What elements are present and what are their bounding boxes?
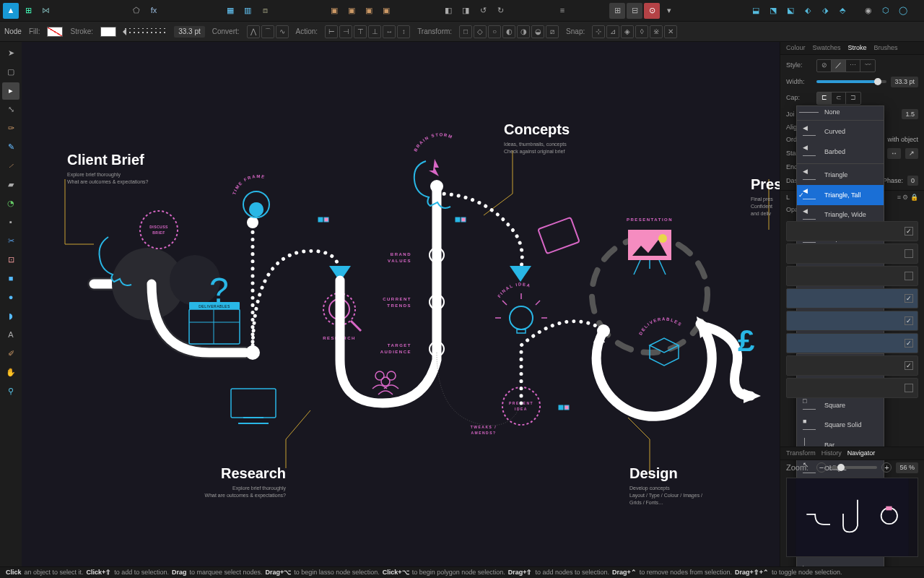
- transform-2-icon[interactable]: ◇: [474, 25, 487, 38]
- cap-round-icon[interactable]: ⊂: [832, 92, 846, 104]
- fill-swatch[interactable]: [47, 27, 63, 37]
- transform-1-icon[interactable]: □: [459, 25, 472, 38]
- stroke-style-preview[interactable]: [123, 28, 167, 35]
- stroke-width-input[interactable]: 33.3 pt: [174, 26, 205, 38]
- tab-stroke[interactable]: Stroke: [848, 43, 867, 53]
- arrowhead-option[interactable]: ✓———None: [797, 106, 884, 118]
- node-tool-icon[interactable]: ▸: [2, 82, 19, 100]
- text-tool-icon[interactable]: A: [2, 327, 19, 344]
- snap-b5-icon[interactable]: ※: [650, 25, 663, 38]
- action-6-icon[interactable]: ↕: [397, 25, 410, 38]
- stroke-swatch[interactable]: [100, 27, 116, 37]
- layer-row[interactable]: [786, 378, 918, 398]
- layer-row[interactable]: [786, 243, 918, 264]
- visibility-checkbox[interactable]: [905, 272, 913, 280]
- pencil-tool-icon[interactable]: ✎: [2, 139, 19, 156]
- op-div-icon[interactable]: ⬗: [817, 3, 833, 19]
- move-tool-icon[interactable]: ➤: [2, 45, 19, 62]
- width-slider[interactable]: [816, 80, 886, 83]
- user-icon[interactable]: ◉: [860, 3, 876, 19]
- arrowhead-option[interactable]: ✓◀——Triangle, Tall: [797, 185, 884, 205]
- miter-value[interactable]: 1.5: [902, 109, 918, 120]
- layer-row[interactable]: [786, 288, 918, 309]
- hand-tool-icon[interactable]: ✋: [2, 364, 19, 381]
- layer-row[interactable]: [786, 355, 918, 376]
- action-4-icon[interactable]: ⊥: [368, 25, 381, 38]
- op-combine-icon[interactable]: ⬘: [834, 3, 850, 19]
- visibility-checkbox[interactable]: [905, 339, 913, 348]
- tab-history[interactable]: History: [821, 449, 842, 458]
- ellipse-tool-icon[interactable]: ●: [2, 289, 19, 306]
- snap-b6-icon[interactable]: ✕: [664, 25, 677, 38]
- zoom-out-icon[interactable]: −: [816, 462, 827, 473]
- convert-sharp-icon[interactable]: ⋀: [247, 25, 260, 38]
- rotate-r-icon[interactable]: ↻: [492, 3, 508, 19]
- zoom-value[interactable]: 56 %: [896, 462, 918, 473]
- start-prop-icon[interactable]: ↗: [905, 148, 918, 159]
- transform-3-icon[interactable]: ○: [488, 25, 501, 38]
- snap-opts-icon[interactable]: ▾: [661, 3, 677, 19]
- artboard-tool-icon[interactable]: ▢: [2, 64, 19, 81]
- bounds-icon[interactable]: ⧈: [257, 3, 273, 19]
- op-add-icon[interactable]: ⬓: [748, 3, 764, 19]
- eyedropper-tool-icon[interactable]: ✐: [2, 345, 19, 363]
- canvas[interactable]: ? DISCUSS BRIEF TIME FRAME DELIVERABLES: [22, 42, 780, 566]
- transform-5-icon[interactable]: ◑: [517, 25, 530, 38]
- grid-icon[interactable]: ⊞: [20, 3, 36, 19]
- circle-icon[interactable]: ◯: [895, 3, 911, 19]
- layer-row[interactable]: [786, 311, 918, 331]
- fx-icon[interactable]: fx: [146, 3, 162, 19]
- place-tool-icon[interactable]: ⊡: [2, 251, 19, 269]
- flip-h-icon[interactable]: ◧: [440, 3, 456, 19]
- tab-colour[interactable]: Colour: [786, 43, 806, 53]
- cap-square-icon[interactable]: ⊐: [846, 92, 860, 104]
- snap-b2-icon[interactable]: ⊿: [606, 25, 619, 38]
- tab-navigator[interactable]: Navigator: [847, 449, 876, 458]
- visibility-checkbox[interactable]: [905, 316, 913, 325]
- tab-swatches[interactable]: Swatches: [813, 43, 841, 53]
- visibility-checkbox[interactable]: [905, 249, 913, 258]
- convert-smooth-icon[interactable]: ⌒: [261, 25, 274, 38]
- fill-tool-icon[interactable]: ▰: [2, 176, 19, 194]
- visibility-checkbox[interactable]: [905, 227, 913, 236]
- pen-tool-icon[interactable]: ✑: [2, 120, 19, 137]
- style-none-icon[interactable]: ⊘: [817, 60, 832, 72]
- arrange-4-icon[interactable]: ▣: [378, 3, 394, 19]
- zoom-tool-icon[interactable]: ⚲: [2, 383, 19, 400]
- action-1-icon[interactable]: ⊢: [325, 25, 338, 38]
- arrange-2-icon[interactable]: ▣: [344, 3, 359, 19]
- width-value[interactable]: 33.3 pt: [891, 77, 918, 87]
- style-dash-icon[interactable]: ⋯: [846, 60, 860, 72]
- transform-6-icon[interactable]: ◒: [531, 25, 544, 38]
- zoom-in-icon[interactable]: +: [881, 462, 892, 473]
- action-5-icon[interactable]: ↔: [383, 25, 396, 38]
- rounded-tool-icon[interactable]: ◗: [2, 308, 19, 325]
- zoom-slider[interactable]: [831, 466, 877, 469]
- layer-row[interactable]: [786, 333, 918, 353]
- op-sub-icon[interactable]: ⬔: [765, 3, 781, 19]
- transform-4-icon[interactable]: ◐: [502, 25, 515, 38]
- convert-smart-icon[interactable]: ∿: [276, 25, 289, 38]
- polygon-icon[interactable]: ⬠: [128, 3, 144, 19]
- style-solid-icon[interactable]: ／: [832, 60, 846, 72]
- navigator-thumbnail[interactable]: [786, 478, 918, 557]
- link-icon[interactable]: ⋈: [38, 3, 53, 19]
- arrange-3-icon[interactable]: ▣: [361, 3, 377, 19]
- style-brush-icon[interactable]: 〰: [860, 60, 875, 72]
- action-2-icon[interactable]: ⊣: [339, 25, 352, 38]
- arrowhead-option[interactable]: ✓◀——Triangle: [797, 165, 884, 186]
- arrowhead-option[interactable]: ✓◀——Barbed: [797, 142, 884, 162]
- rectangle-tool-icon[interactable]: ■: [2, 270, 19, 288]
- op-int-icon[interactable]: ⬕: [783, 3, 798, 19]
- tab-brushes[interactable]: Brushes: [874, 43, 898, 53]
- arrowhead-option[interactable]: ✓■——Square Solid: [797, 415, 884, 436]
- cap-butt-icon[interactable]: ⊏: [817, 92, 832, 104]
- brush-tool-icon[interactable]: ⟋: [2, 158, 19, 175]
- crop-tool-icon[interactable]: ✂: [2, 233, 19, 250]
- layer-row[interactable]: [786, 266, 918, 286]
- snap-2-icon[interactable]: ⊟: [627, 3, 642, 19]
- corner-tool-icon[interactable]: ⤡: [2, 101, 19, 118]
- gradient-tool-icon[interactable]: ◔: [2, 195, 19, 212]
- snap-1-icon[interactable]: ⊞: [609, 3, 625, 19]
- transparency-tool-icon[interactable]: ▪: [2, 214, 19, 231]
